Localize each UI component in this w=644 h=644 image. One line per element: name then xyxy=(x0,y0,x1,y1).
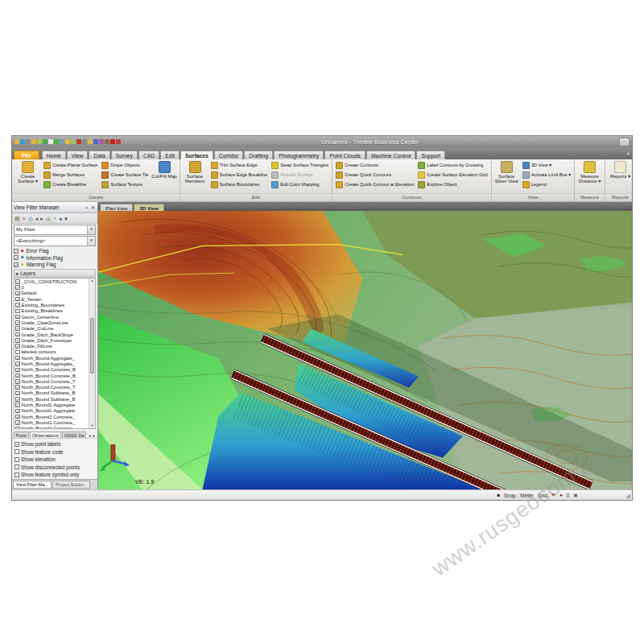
layer-row[interactable]: North_Bound1.Concrete_ xyxy=(14,426,89,429)
layer-manager-icon[interactable] xyxy=(71,139,76,144)
ribbon-item[interactable]: Legend xyxy=(521,180,572,189)
option-row[interactable]: Show feature symbol only xyxy=(14,472,95,477)
resize-grip-icon[interactable]: ◢ xyxy=(626,493,630,499)
checkbox[interactable] xyxy=(15,344,20,349)
checkbox[interactable] xyxy=(15,320,20,325)
new-project-icon[interactable] xyxy=(14,139,19,144)
ribbon-item[interactable]: Create Contours xyxy=(334,160,415,170)
scope-combo[interactable]: <Everything> ▾ xyxy=(14,236,96,246)
layer-row[interactable]: _CIVIL_CONSTRUCTION xyxy=(14,279,89,284)
redo-icon[interactable] xyxy=(48,139,53,144)
checkbox[interactable] xyxy=(15,427,20,429)
layer-row[interactable]: North_Bound Concrete_B xyxy=(14,373,89,378)
layers-section-header[interactable]: ▸ Layers xyxy=(14,269,96,278)
more-options-icon[interactable]: ▾ xyxy=(64,216,68,221)
ribbon-tab[interactable]: Edit xyxy=(160,151,180,159)
option-row[interactable]: Show point labels xyxy=(14,441,95,447)
flag-filter-row[interactable]: ⚑ Warning Flag xyxy=(14,262,96,267)
open-project-icon[interactable] xyxy=(20,139,25,144)
zoom-extents-icon[interactable]: ◎ xyxy=(28,216,33,221)
ribbon-tab[interactable]: Drafting xyxy=(244,151,273,159)
checkbox[interactable] xyxy=(15,350,20,355)
flag-filter-row[interactable]: ⚑ Error Flag xyxy=(14,248,96,254)
checkbox[interactable] xyxy=(14,473,19,477)
ribbon-item[interactable]: 3D View ▾ xyxy=(521,160,572,170)
layer-row[interactable]: North_Bound Subbase_B xyxy=(14,396,89,402)
ribbon-tab[interactable]: Survey xyxy=(111,151,138,159)
ribbon-tab[interactable]: Surfaces xyxy=(180,151,213,159)
ribbon-item[interactable]: Merge Surfaces xyxy=(42,170,99,180)
ribbon-item[interactable]: Create Surface Tie xyxy=(100,170,150,180)
ribbon-item[interactable]: Edit Color Mapping xyxy=(270,180,330,189)
layer-row[interactable]: Existing_Breaklines xyxy=(14,308,89,314)
ribbon-item[interactable]: Surface Edge Breakline xyxy=(209,170,270,180)
checkbox[interactable] xyxy=(14,255,19,260)
cut-fill-map-button[interactable]: Cut/Fill Map xyxy=(151,160,178,179)
ribbon-tab[interactable]: Machine Control xyxy=(366,151,416,159)
save-project-icon[interactable] xyxy=(26,139,31,144)
chevron-down-icon[interactable]: ▾ xyxy=(87,237,95,246)
checkbox[interactable] xyxy=(15,332,20,337)
project-settings-icon[interactable] xyxy=(88,139,93,144)
checkbox[interactable] xyxy=(15,303,20,308)
ribbon-item[interactable]: Swap Surface Triangles xyxy=(270,160,330,170)
checkbox[interactable] xyxy=(15,326,20,331)
checkbox[interactable] xyxy=(14,449,19,454)
chevron-down-icon[interactable]: ▾ xyxy=(87,225,95,234)
expander-icon[interactable]: ▸ xyxy=(16,270,19,276)
flag-icon[interactable]: ⚑ xyxy=(551,493,555,497)
flag-filter-row[interactable]: ⚑ Information Flag xyxy=(14,255,96,261)
plan-view-icon[interactable] xyxy=(93,139,98,144)
ribbon-tab[interactable]: Point Clouds xyxy=(324,151,365,159)
option-row[interactable]: Show feature code xyxy=(14,449,95,455)
pan-icon[interactable]: + xyxy=(53,216,56,221)
layer-row[interactable]: Grade_ClearZoneLine xyxy=(14,320,89,325)
flags-pane-icon[interactable] xyxy=(76,139,81,144)
surface-slicer-view-button[interactable]: Surface Slicer View xyxy=(493,160,520,184)
ribbon-item[interactable]: Create Quick Contour at Elevation xyxy=(334,180,415,189)
ribbon-item[interactable]: Create Planar Surface xyxy=(42,160,99,170)
ribbon-tab[interactable]: Data xyxy=(89,151,109,159)
checkbox[interactable] xyxy=(15,402,20,407)
create-surface-button[interactable]: Create Surface ▾ xyxy=(14,160,41,184)
ribbon-item[interactable]: Create Surface Elevation Grid xyxy=(416,170,489,180)
snap-mode-icon[interactable]: ■ xyxy=(497,493,500,497)
layer-row[interactable]: Grade_CutLine xyxy=(14,326,89,332)
layer-row[interactable]: Geom_Centerline xyxy=(14,314,89,320)
grid-label[interactable]: Grid xyxy=(538,493,547,498)
close-pane-icon[interactable] xyxy=(116,139,121,144)
checkbox[interactable] xyxy=(14,249,19,254)
layer-row[interactable]: North_Bound1.Concrete_ xyxy=(14,419,89,425)
ribbon-item[interactable]: Rebuild Surface xyxy=(270,170,330,180)
layer-row[interactable]: North_Bound1.Aggregate xyxy=(14,402,89,407)
snap-label[interactable]: Snap : Meter xyxy=(504,493,534,498)
previous-filter-icon[interactable]: ◂ xyxy=(35,216,39,221)
layer-row[interactable]: North_Bound Aggregate_ xyxy=(14,355,89,361)
select-icon[interactable] xyxy=(65,139,70,144)
ribbon-item[interactable]: Explore Object xyxy=(416,180,489,189)
checkbox[interactable] xyxy=(15,409,20,414)
layer-row[interactable]: Grade_FillLine xyxy=(14,343,89,349)
viewport-3d-scene[interactable]: VE: 1.9 xyxy=(98,211,632,489)
ribbon-tab[interactable]: Support xyxy=(416,151,445,159)
checkbox[interactable] xyxy=(15,279,20,284)
layer-row[interactable]: North_Bound Concrete_T xyxy=(14,385,89,390)
tab-file[interactable]: File xyxy=(14,151,39,159)
checkbox[interactable] xyxy=(15,368,20,373)
ribbon-tab[interactable]: Photogrammetry xyxy=(274,151,324,159)
checkbox[interactable] xyxy=(15,415,20,419)
zoom-window-icon[interactable]: ◎ xyxy=(46,216,51,221)
layer-row[interactable]: North_Bound Concrete_T xyxy=(14,378,89,384)
layer-row[interactable]: 0 xyxy=(14,284,89,290)
copy-icon[interactable]: ▣ xyxy=(573,493,578,497)
checkbox[interactable] xyxy=(15,374,20,378)
option-row[interactable]: Show disconnected points xyxy=(14,464,95,470)
layer-row[interactable]: North_Bound Concrete_B xyxy=(14,367,89,373)
layer-row[interactable]: Grade_Ditch_BackSlope xyxy=(14,332,89,337)
checkbox[interactable] xyxy=(15,379,20,384)
checkbox[interactable] xyxy=(14,442,19,447)
checkbox[interactable] xyxy=(15,309,20,314)
checkbox[interactable] xyxy=(15,385,20,390)
checkbox[interactable] xyxy=(14,464,19,469)
checkbox[interactable] xyxy=(14,457,19,462)
